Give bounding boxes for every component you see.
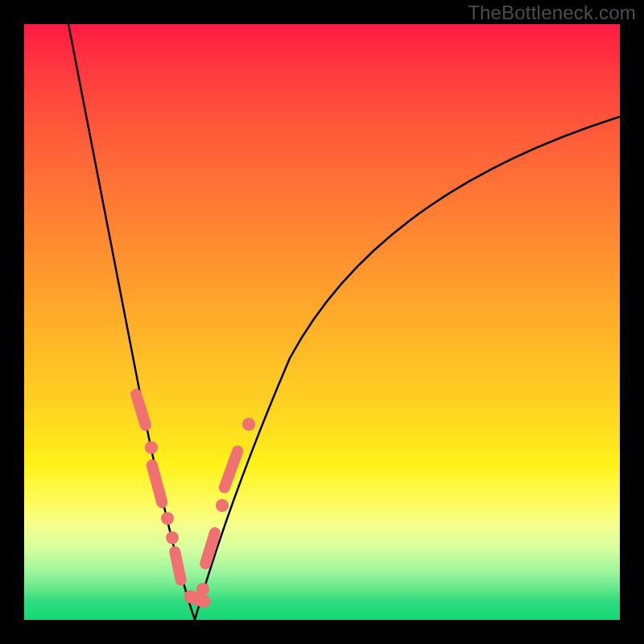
plot-area [24,24,620,620]
highlight-pill [129,387,152,432]
highlight-pill [198,526,221,571]
highlight-dot [145,441,158,454]
highlight-cluster-floor [182,583,212,609]
highlight-cluster-left [129,387,188,587]
highlight-dot [242,418,255,431]
highlight-dot [216,499,229,512]
highlight-dot [196,583,209,596]
highlight-pill [168,545,188,587]
highlight-cluster-right [198,418,255,571]
highlight-dot [166,531,179,544]
curve-right [195,117,620,620]
watermark-text: TheBottleneck.com [468,2,636,24]
curve-left [68,24,195,620]
highlight-dot [161,512,174,525]
highlight-pill [145,458,169,510]
highlight-pill [217,444,245,494]
chart-frame: TheBottleneck.com [0,0,644,644]
curves-svg [24,24,620,620]
